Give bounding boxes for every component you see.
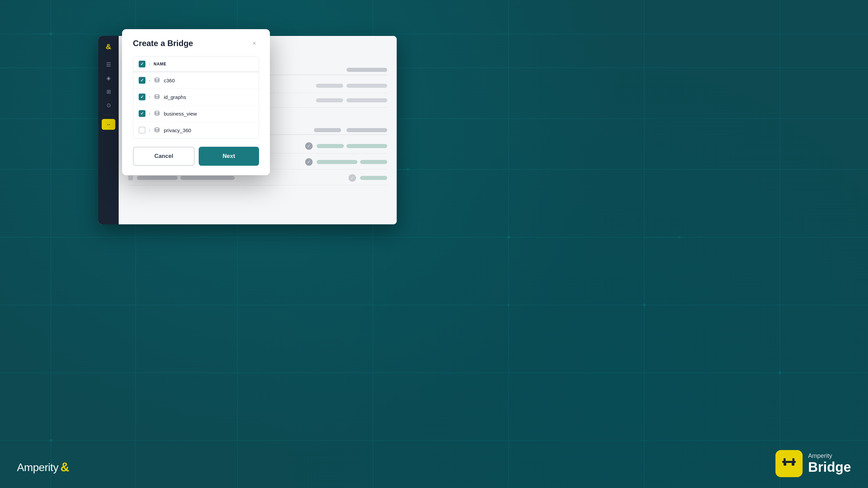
orch-bar <box>347 144 387 148</box>
modal-footer: Cancel Next <box>122 147 270 175</box>
orch-status: ✓ <box>305 158 313 166</box>
action-bar-2 <box>347 84 387 88</box>
col-header-3 <box>347 68 387 72</box>
svg-point-36 <box>155 111 159 113</box>
orch-checkbox <box>128 176 133 180</box>
brand-right: Amperity Bridge <box>775 450 851 477</box>
orch-right-bars <box>317 144 387 148</box>
orch-bar <box>317 144 344 148</box>
orch-bars <box>137 176 344 180</box>
orch-col-3 <box>347 128 387 132</box>
brand-left: Amperity & <box>17 460 69 474</box>
brand-sub: Amperity <box>808 452 851 460</box>
checkbox-business-view[interactable] <box>139 110 145 117</box>
select-all-checkbox[interactable] <box>139 61 145 67</box>
orch-bar <box>360 176 387 180</box>
db-icon-id-graphs <box>154 94 160 100</box>
sidebar-divider <box>103 115 114 115</box>
orch-bar <box>137 176 178 180</box>
create-bridge-modal: Create a Bridge × › NAME › <box>122 29 270 175</box>
bridge-logo-box <box>775 450 803 477</box>
orch-status: ✓ <box>305 142 313 150</box>
brand-main: Bridge <box>808 460 851 475</box>
svg-rect-42 <box>792 463 794 466</box>
chevron-c360: › <box>149 78 150 83</box>
table-row-id-graphs[interactable]: › id_graphs <box>133 89 259 105</box>
sidebar-item-bridge[interactable]: ↔ <box>102 119 115 130</box>
row-label-c360: c360 <box>164 78 253 83</box>
next-button[interactable]: Next <box>199 147 259 166</box>
svg-point-22 <box>50 439 52 442</box>
header-chevron: › <box>149 62 150 66</box>
svg-rect-41 <box>784 463 786 466</box>
sidebar-item-grid[interactable]: ⊞ <box>102 86 115 97</box>
table-row-business-view[interactable]: › business_view <box>133 105 259 122</box>
svg-point-34 <box>155 78 159 80</box>
chevron-business-view: › <box>149 111 150 116</box>
chevron-privacy-360: › <box>149 128 150 133</box>
row-actions <box>316 98 387 102</box>
action-bar-2 <box>347 98 387 102</box>
orch-bar <box>317 160 357 164</box>
table-header-row: › NAME <box>133 57 259 72</box>
cancel-button[interactable]: Cancel <box>133 147 195 166</box>
checkbox-privacy-360[interactable] <box>139 127 145 134</box>
orch-right-bars <box>317 160 387 164</box>
svg-point-20 <box>643 304 646 306</box>
brand-ampersand: & <box>60 460 69 474</box>
row-label-id-graphs: id_graphs <box>164 94 253 100</box>
table-row-privacy-360[interactable]: › privacy_360 <box>133 122 259 138</box>
sidebar: & ☰ ◈ ⊞ ⊙ ↔ <box>98 36 119 224</box>
bridge-logo-icon <box>781 454 797 473</box>
svg-point-21 <box>778 371 781 374</box>
brand-left-text: Amperity <box>17 461 58 474</box>
items-table: › NAME › c360 › <box>133 56 259 139</box>
svg-point-35 <box>155 95 159 96</box>
modal-title: Create a Bridge <box>133 39 193 48</box>
orch-bar <box>180 176 235 180</box>
svg-point-26 <box>508 304 510 306</box>
name-column-header: NAME <box>154 62 253 66</box>
table-row-c360[interactable]: › c360 <box>133 72 259 89</box>
orch-status: ✓ <box>349 174 356 182</box>
sidebar-logo: & <box>102 41 115 53</box>
modal-header: Create a Bridge × <box>122 29 270 54</box>
svg-point-19 <box>507 236 510 239</box>
orch-right-bars <box>360 176 387 180</box>
modal-body: › NAME › c360 › <box>122 54 270 147</box>
svg-marker-33 <box>678 236 682 239</box>
action-bar-1 <box>316 84 343 88</box>
db-icon-business-view <box>154 110 160 117</box>
orch-bar <box>360 160 387 164</box>
sidebar-item-menu[interactable]: ☰ <box>102 59 115 70</box>
chevron-id-graphs: › <box>149 95 150 99</box>
row-label-business-view: business_view <box>164 111 253 117</box>
row-label-privacy-360: privacy_360 <box>164 127 253 133</box>
sidebar-item-data[interactable]: ◈ <box>102 73 115 83</box>
db-icon-privacy-360 <box>154 127 160 134</box>
row-actions <box>316 84 387 88</box>
sidebar-item-circle[interactable]: ⊙ <box>102 100 115 110</box>
db-icon-c360 <box>154 77 160 84</box>
close-button[interactable]: × <box>250 39 259 48</box>
svg-point-37 <box>155 128 159 129</box>
action-bar-1 <box>316 98 343 102</box>
checkbox-id-graphs[interactable] <box>139 94 145 100</box>
svg-marker-31 <box>407 168 410 171</box>
checkbox-c360[interactable] <box>139 77 145 84</box>
orch-col-2 <box>314 128 341 132</box>
brand-right-text: Amperity Bridge <box>808 452 851 475</box>
